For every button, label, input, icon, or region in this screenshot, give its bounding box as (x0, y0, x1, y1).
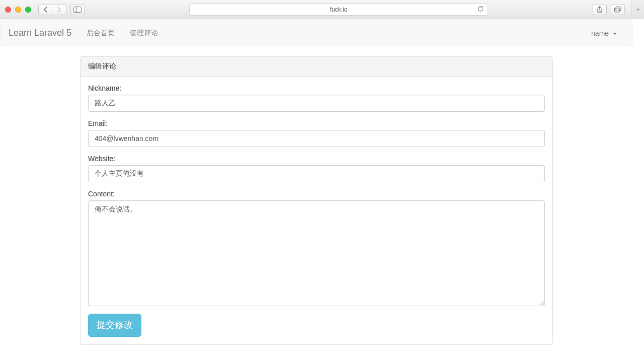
plus-icon: ＋ (634, 5, 641, 14)
window-close-button[interactable] (5, 7, 11, 13)
email-label: Email: (88, 119, 545, 127)
navbar-brand[interactable]: Learn Laravel 5 (9, 20, 79, 46)
window-controls (5, 7, 31, 13)
edit-comment-panel: 编辑评论 Nickname: Email: Website: (80, 56, 553, 345)
show-sidebar-button[interactable] (70, 4, 85, 15)
nav-back-forward-group (38, 4, 66, 15)
reload-icon (477, 6, 484, 12)
user-menu-label: name (591, 29, 609, 37)
nav-back-button[interactable] (38, 4, 52, 15)
nickname-input[interactable] (88, 95, 545, 112)
chevron-left-icon (43, 7, 48, 13)
content-label: Content: (88, 190, 545, 198)
nav-forward-button[interactable] (52, 4, 66, 15)
browser-chrome: fuck.io ＋ (0, 0, 644, 19)
svg-rect-0 (74, 7, 82, 12)
website-input[interactable] (88, 165, 545, 182)
nav-link-comments[interactable]: 管理评论 (122, 21, 166, 45)
tabs-icon (614, 7, 621, 13)
share-icon (597, 6, 603, 13)
sidebar-toggle-group (70, 4, 85, 15)
show-all-tabs-button[interactable] (611, 4, 625, 15)
nav-link-home[interactable]: 后台首页 (79, 21, 122, 45)
window-minimize-button[interactable] (15, 7, 21, 13)
email-input[interactable] (88, 130, 545, 147)
chrome-right-buttons (593, 4, 625, 15)
sidebar-icon (73, 7, 82, 13)
content-textarea[interactable] (88, 200, 545, 306)
reload-button[interactable] (477, 6, 484, 13)
nickname-label: Nickname: (88, 84, 545, 92)
page-viewport[interactable]: Learn Laravel 5 后台首页 管理评论 name 编辑评论 Nick… (0, 19, 644, 357)
window-zoom-button[interactable] (25, 7, 31, 13)
address-bar-url: fuck.io (330, 6, 348, 13)
panel-heading: 编辑评论 (80, 57, 552, 77)
new-tab-button[interactable]: ＋ (631, 0, 644, 19)
chevron-right-icon (57, 7, 61, 13)
address-bar[interactable]: fuck.io (189, 4, 488, 16)
submit-button[interactable]: 提交修改 (88, 314, 141, 337)
navbar-links: 后台首页 管理评论 (79, 21, 166, 45)
app-navbar: Learn Laravel 5 后台首页 管理评论 name (1, 20, 632, 46)
website-label: Website: (88, 155, 545, 163)
svg-rect-2 (614, 8, 619, 12)
share-button[interactable] (593, 4, 607, 15)
svg-rect-3 (616, 7, 621, 11)
user-menu-dropdown[interactable]: name (584, 22, 624, 45)
caret-down-icon (613, 33, 617, 35)
